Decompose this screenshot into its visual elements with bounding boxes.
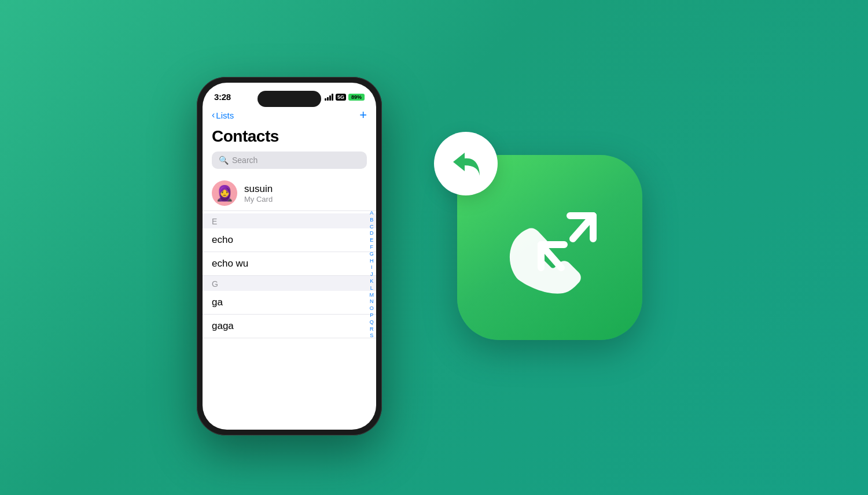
network-badge: 5G <box>336 94 346 101</box>
status-time: 3:28 <box>214 92 231 102</box>
my-card-name: susuin <box>244 183 273 195</box>
back-label: Lists <box>216 110 234 120</box>
chevron-left-icon: ‹ <box>212 110 215 120</box>
my-card-row[interactable]: 🧕 susuin My Card <box>203 176 376 211</box>
iphone-mockup: 3:28 5G 89% ‹ <box>197 77 382 435</box>
battery-badge: 89% <box>348 94 365 101</box>
status-icons: 5G 89% <box>325 94 365 101</box>
back-button[interactable]: ‹ Lists <box>212 110 234 120</box>
contacts-nav: ‹ Lists + <box>203 106 376 126</box>
app-icon-section <box>428 126 671 369</box>
iphone-frame: 3:28 5G 89% ‹ <box>197 77 382 435</box>
reply-arrow-icon <box>448 148 483 180</box>
add-contact-button[interactable]: + <box>359 109 367 121</box>
main-scene: 3:28 5G 89% ‹ <box>0 0 868 495</box>
dynamic-island <box>258 91 321 107</box>
contact-row-echo[interactable]: echo <box>203 228 376 252</box>
contact-row-echowu[interactable]: echo wu <box>203 252 376 276</box>
signal-bars-icon <box>325 94 333 101</box>
iphone-screen: 3:28 5G 89% ‹ <box>203 83 376 430</box>
my-card-info: susuin My Card <box>244 183 273 204</box>
page-title: Contacts <box>203 126 376 152</box>
section-header-g: G <box>203 276 376 291</box>
contact-row-gaga[interactable]: gaga <box>203 315 376 338</box>
avatar: 🧕 <box>212 180 237 206</box>
alphabet-index[interactable]: A B C D E F G H I J K L M N O P Q <box>370 210 374 339</box>
reply-bubble <box>434 132 498 195</box>
search-bar[interactable]: 🔍 Search <box>212 152 367 169</box>
contact-row-ga[interactable]: ga <box>203 291 376 315</box>
search-placeholder: Search <box>232 156 258 165</box>
search-icon: 🔍 <box>219 156 229 165</box>
section-header-e: E <box>203 213 376 228</box>
call-icon <box>486 190 613 305</box>
avatar-emoji: 🧕 <box>215 184 234 202</box>
my-card-label: My Card <box>244 195 273 204</box>
